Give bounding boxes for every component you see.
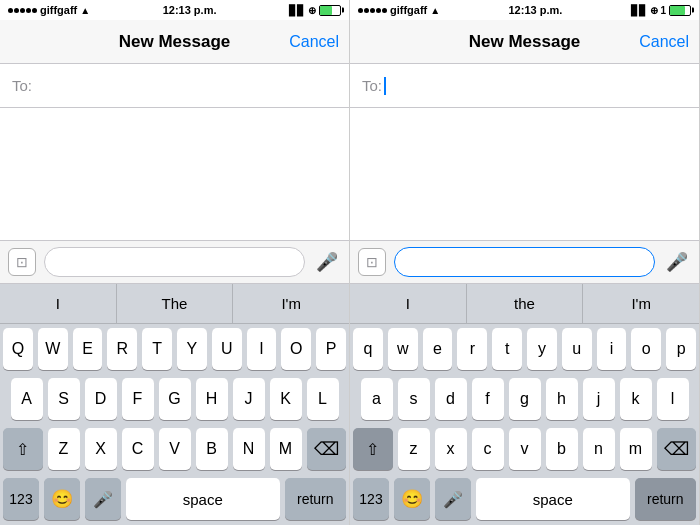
key-mic-right[interactable]: 🎤 xyxy=(435,478,471,520)
key-E-left[interactable]: E xyxy=(73,328,103,370)
key-T-left[interactable]: T xyxy=(142,328,172,370)
key-o-right[interactable]: o xyxy=(631,328,661,370)
battery-left xyxy=(319,5,341,16)
dot xyxy=(370,8,375,13)
to-field-right[interactable]: To: xyxy=(350,64,699,108)
key-g-right[interactable]: g xyxy=(509,378,541,420)
cancel-button-left[interactable]: Cancel xyxy=(289,33,339,51)
mic-button-right[interactable]: 🎤 xyxy=(663,248,691,276)
key-m-right[interactable]: m xyxy=(620,428,652,470)
key-a-right[interactable]: a xyxy=(361,378,393,420)
key-emoji-right[interactable]: 😊 xyxy=(394,478,430,520)
key-shift-left[interactable]: ⇧ xyxy=(3,428,43,470)
key-j-right[interactable]: j xyxy=(583,378,615,420)
key-emoji-left[interactable]: 😊 xyxy=(44,478,80,520)
key-C-left[interactable]: C xyxy=(122,428,154,470)
status-bar-right: giffgaff ▲ 12:13 p.m. ▊▊ ⊕ 1 xyxy=(350,0,699,20)
time-left: 12:13 p.m. xyxy=(163,4,217,16)
key-d-right[interactable]: d xyxy=(435,378,467,420)
camera-button-left[interactable]: ⊡ xyxy=(8,248,36,276)
key-r-right[interactable]: r xyxy=(457,328,487,370)
key-K-left[interactable]: K xyxy=(270,378,302,420)
message-area-left xyxy=(0,108,349,240)
key-space-right[interactable]: space xyxy=(476,478,630,520)
key-U-left[interactable]: U xyxy=(212,328,242,370)
key-p-right[interactable]: p xyxy=(666,328,696,370)
key-H-left[interactable]: H xyxy=(196,378,228,420)
key-h-right[interactable]: h xyxy=(546,378,578,420)
key-row-4-left: 123 😊 🎤 space return xyxy=(3,478,346,520)
key-mic-left[interactable]: 🎤 xyxy=(85,478,121,520)
key-space-left[interactable]: space xyxy=(126,478,280,520)
key-P-left[interactable]: P xyxy=(316,328,346,370)
battery-fill-left xyxy=(320,6,332,15)
wifi-icon-left: ▲ xyxy=(80,5,90,16)
key-I-left[interactable]: I xyxy=(247,328,277,370)
key-Q-left[interactable]: Q xyxy=(3,328,33,370)
autocomplete-bar-left: I The I'm xyxy=(0,284,349,324)
key-b-right[interactable]: b xyxy=(546,428,578,470)
key-c-right[interactable]: c xyxy=(472,428,504,470)
message-input-right[interactable] xyxy=(394,247,655,277)
autocomplete-bar-right: I the I'm xyxy=(350,284,699,324)
to-field-left[interactable]: To: xyxy=(0,64,349,108)
key-O-left[interactable]: O xyxy=(281,328,311,370)
autocomplete-item-1-right[interactable]: the xyxy=(467,284,584,323)
key-F-left[interactable]: F xyxy=(122,378,154,420)
mic-button-left[interactable]: 🎤 xyxy=(313,248,341,276)
key-Y-left[interactable]: Y xyxy=(177,328,207,370)
message-input-left[interactable] xyxy=(44,247,305,277)
to-label-right: To: xyxy=(362,77,382,94)
key-t-right[interactable]: t xyxy=(492,328,522,370)
key-w-right[interactable]: w xyxy=(388,328,418,370)
signal-dots-right xyxy=(358,8,387,13)
key-delete-right[interactable]: ⌫ xyxy=(657,428,697,470)
key-R-left[interactable]: R xyxy=(107,328,137,370)
key-u-right[interactable]: u xyxy=(562,328,592,370)
key-J-left[interactable]: J xyxy=(233,378,265,420)
key-k-right[interactable]: k xyxy=(620,378,652,420)
key-B-left[interactable]: B xyxy=(196,428,228,470)
key-f-right[interactable]: f xyxy=(472,378,504,420)
key-return-right[interactable]: return xyxy=(635,478,696,520)
key-return-left[interactable]: return xyxy=(285,478,346,520)
key-i-right[interactable]: i xyxy=(597,328,627,370)
key-s-right[interactable]: s xyxy=(398,378,430,420)
key-G-left[interactable]: G xyxy=(159,378,191,420)
carrier-right: giffgaff xyxy=(390,4,427,16)
dot xyxy=(20,8,25,13)
battery-right xyxy=(669,5,691,16)
key-L-left[interactable]: L xyxy=(307,378,339,420)
key-D-left[interactable]: D xyxy=(85,378,117,420)
wifi-icon-right: ▲ xyxy=(430,5,440,16)
cancel-button-right[interactable]: Cancel xyxy=(639,33,689,51)
key-A-left[interactable]: A xyxy=(11,378,43,420)
key-delete-left[interactable]: ⌫ xyxy=(307,428,347,470)
key-x-right[interactable]: x xyxy=(435,428,467,470)
key-S-left[interactable]: S xyxy=(48,378,80,420)
key-W-left[interactable]: W xyxy=(38,328,68,370)
autocomplete-item-2-right[interactable]: I'm xyxy=(583,284,699,323)
dot xyxy=(382,8,387,13)
autocomplete-item-2-left[interactable]: I'm xyxy=(233,284,349,323)
key-123-right[interactable]: 123 xyxy=(353,478,389,520)
key-y-right[interactable]: y xyxy=(527,328,557,370)
autocomplete-item-1-left[interactable]: The xyxy=(117,284,234,323)
key-shift-right[interactable]: ⇧ xyxy=(353,428,393,470)
autocomplete-item-0-right[interactable]: I xyxy=(350,284,467,323)
key-X-left[interactable]: X xyxy=(85,428,117,470)
key-123-left[interactable]: 123 xyxy=(3,478,39,520)
key-v-right[interactable]: v xyxy=(509,428,541,470)
key-M-left[interactable]: M xyxy=(270,428,302,470)
key-q-right[interactable]: q xyxy=(353,328,383,370)
key-n-right[interactable]: n xyxy=(583,428,615,470)
key-z-right[interactable]: z xyxy=(398,428,430,470)
autocomplete-item-0-left[interactable]: I xyxy=(0,284,117,323)
key-e-right[interactable]: e xyxy=(423,328,453,370)
key-V-left[interactable]: V xyxy=(159,428,191,470)
key-Z-left[interactable]: Z xyxy=(48,428,80,470)
key-N-left[interactable]: N xyxy=(233,428,265,470)
keyboard-right: q w e r t y u i o p a s d f g h j k l ⇧ … xyxy=(350,324,699,525)
key-l-right[interactable]: l xyxy=(657,378,689,420)
camera-button-right[interactable]: ⊡ xyxy=(358,248,386,276)
